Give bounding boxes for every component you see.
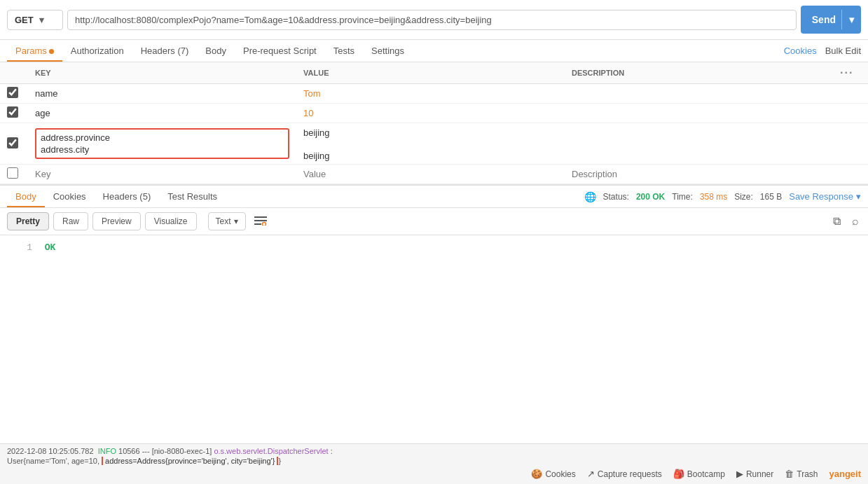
footer-capture[interactable]: ↗ Capture requests bbox=[587, 469, 662, 479]
row-addr-province-value[interactable] bbox=[303, 127, 558, 138]
runner-footer-icon: ▶ bbox=[736, 469, 743, 479]
row-addr-action-cell bbox=[833, 123, 868, 165]
row-age-value[interactable] bbox=[303, 108, 558, 118]
row-name-value[interactable] bbox=[303, 88, 558, 99]
empty-value-cell bbox=[296, 165, 565, 184]
send-chevron-icon[interactable]: ▾ bbox=[841, 10, 861, 29]
footer-runner-label: Runner bbox=[746, 469, 773, 479]
tab-prerequest-label: Pre-request Script bbox=[243, 46, 317, 56]
format-pretty-button[interactable]: Pretty bbox=[7, 212, 49, 230]
format-raw-button[interactable]: Raw bbox=[53, 212, 88, 230]
tab-prerequest[interactable]: Pre-request Script bbox=[235, 40, 325, 62]
empty-key-cell bbox=[28, 165, 296, 184]
search-icon[interactable]: ⌕ bbox=[850, 213, 861, 230]
resp-tab-test-results[interactable]: Test Results bbox=[159, 186, 226, 207]
copy-icon[interactable]: ⧉ bbox=[831, 213, 843, 230]
row-addr-city-key: address.city bbox=[41, 144, 284, 155]
method-chevron-icon: ▾ bbox=[39, 15, 44, 25]
row-age-desc-cell bbox=[565, 104, 833, 123]
resp-tab-body-label: Body bbox=[15, 191, 36, 202]
tab-settings[interactable]: Settings bbox=[363, 40, 413, 62]
address-keys-group: address.province address.city bbox=[35, 128, 289, 159]
row-addr-desc-cell bbox=[565, 123, 833, 165]
text-format-dropdown[interactable]: Text ▾ bbox=[208, 212, 246, 230]
size-value: 165 B bbox=[760, 192, 782, 202]
row-addr-city-value[interactable] bbox=[303, 151, 558, 161]
tab-authorization-label: Authorization bbox=[71, 46, 124, 56]
row-age-desc[interactable] bbox=[572, 108, 826, 118]
footer-bootcamp[interactable]: 🎒 Bootcamp bbox=[673, 469, 725, 479]
params-table: KEY VALUE DESCRIPTION ··· bbox=[0, 62, 868, 184]
log-line-1-text: 2022-12-08 10:25:05.782 bbox=[7, 447, 98, 455]
log-class: o.s.web.servlet.DispatcherServlet bbox=[214, 447, 328, 455]
empty-desc-input[interactable] bbox=[572, 169, 826, 179]
tab-body-label: Body bbox=[205, 46, 226, 56]
save-response-button[interactable]: Save Response ▾ bbox=[789, 191, 861, 202]
row-name-desc[interactable] bbox=[572, 88, 826, 99]
table-row bbox=[0, 104, 868, 123]
response-line-1: 1 OK bbox=[11, 242, 857, 253]
method-select[interactable]: GET ▾ bbox=[7, 10, 63, 30]
bottom-bar: 2022-12-08 10:25:05.782 INFO 10566 --- [… bbox=[0, 443, 868, 484]
log-info-label: INFO bbox=[98, 447, 116, 455]
log-line-2-highlight: address=Address{province='beijing', city… bbox=[102, 457, 278, 465]
svg-point-3 bbox=[262, 222, 266, 226]
resp-tab-body[interactable]: Body bbox=[7, 186, 45, 207]
bulk-edit-link[interactable]: Bulk Edit bbox=[825, 46, 861, 56]
size-label: Size: bbox=[734, 192, 753, 202]
params-table-wrapper: KEY VALUE DESCRIPTION ··· bbox=[0, 62, 868, 184]
filter-icon[interactable] bbox=[254, 216, 267, 228]
footer-runner[interactable]: ▶ Runner bbox=[736, 469, 773, 479]
resp-tab-cookies[interactable]: Cookies bbox=[45, 186, 95, 207]
response-ok-text: OK bbox=[45, 242, 56, 253]
status-label: Status: bbox=[603, 192, 629, 202]
row-name-checkbox[interactable] bbox=[7, 87, 18, 98]
capture-footer-icon: ↗ bbox=[587, 469, 595, 479]
row-age-checkbox[interactable] bbox=[7, 106, 18, 118]
col-checkbox bbox=[0, 62, 28, 84]
resp-tab-headers[interactable]: Headers (5) bbox=[95, 186, 160, 207]
cookies-link[interactable]: Cookies bbox=[784, 46, 817, 56]
tab-authorization[interactable]: Authorization bbox=[62, 40, 132, 62]
cookies-footer-icon: 🍪 bbox=[531, 469, 542, 479]
empty-checkbox[interactable] bbox=[7, 167, 18, 179]
tab-body[interactable]: Body bbox=[197, 40, 235, 62]
row-age-key[interactable] bbox=[35, 108, 289, 118]
url-input[interactable] bbox=[67, 10, 797, 30]
bottom-bar-footer: 🍪 Cookies ↗ Capture requests 🎒 Bootcamp … bbox=[7, 466, 861, 481]
row-addr-checkbox-cell bbox=[0, 123, 28, 165]
tab-tests-label: Tests bbox=[333, 46, 354, 56]
tab-settings-label: Settings bbox=[371, 46, 404, 56]
footer-trash-label: Trash bbox=[797, 469, 818, 479]
empty-action-cell bbox=[833, 165, 868, 184]
tab-params-label: Params bbox=[15, 46, 47, 56]
trash-footer-icon: 🗑 bbox=[785, 469, 794, 479]
row-addr-value-cell bbox=[296, 123, 565, 165]
time-label: Time: bbox=[672, 192, 693, 202]
log-line-1: 2022-12-08 10:25:05.782 INFO 10566 --- [… bbox=[7, 447, 861, 455]
params-dot bbox=[49, 49, 54, 54]
tab-tests[interactable]: Tests bbox=[325, 40, 363, 62]
footer-cookies[interactable]: 🍪 Cookies bbox=[531, 469, 575, 479]
response-status-bar: 🌐 Status: 200 OK Time: 358 ms Size: 165 … bbox=[584, 191, 861, 202]
tab-headers[interactable]: Headers (7) bbox=[132, 40, 198, 62]
resp-tab-headers-label: Headers (5) bbox=[103, 191, 151, 202]
row-name-key[interactable] bbox=[35, 88, 289, 99]
log-line-2: User{name='Tom', age=10, address=Address… bbox=[7, 457, 861, 465]
row-addr-province-key: address.province bbox=[41, 132, 284, 143]
tab-params[interactable]: Params bbox=[7, 40, 62, 62]
empty-value-input[interactable] bbox=[303, 169, 558, 179]
format-preview-button[interactable]: Preview bbox=[92, 212, 141, 230]
footer-trash[interactable]: 🗑 Trash bbox=[785, 469, 818, 479]
empty-key-input[interactable] bbox=[35, 169, 289, 179]
format-bar-right: ⧉ ⌕ bbox=[831, 213, 861, 230]
format-visualize-button[interactable]: Visualize bbox=[145, 212, 197, 230]
send-button[interactable]: Send ▾ bbox=[801, 6, 861, 34]
response-tabs: Body Cookies Headers (5) Test Results 🌐 … bbox=[0, 186, 868, 208]
format-raw-label: Raw bbox=[62, 216, 79, 226]
table-row bbox=[0, 84, 868, 104]
more-options-icon[interactable]: ··· bbox=[840, 67, 853, 78]
row-addr-checkbox[interactable] bbox=[7, 137, 18, 148]
row-age-action-cell bbox=[833, 104, 868, 123]
line-number-1: 1 bbox=[11, 242, 32, 253]
